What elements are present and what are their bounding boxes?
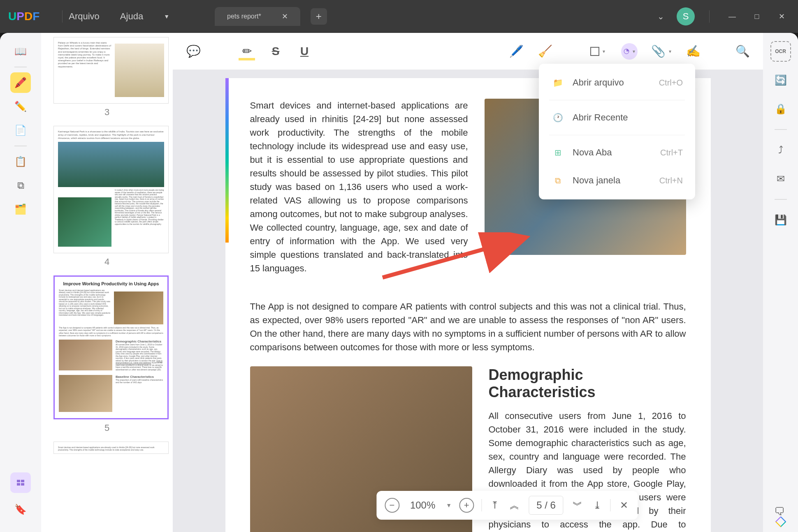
clock-icon: 🕐 — [551, 111, 564, 124]
window-maximize-button[interactable]: □ — [749, 8, 765, 25]
zoom-in-button[interactable]: + — [459, 498, 474, 513]
page-indicator[interactable]: 5 / 6 — [529, 496, 564, 515]
last-page-button[interactable]: ⤓ — [592, 498, 603, 513]
document-tab[interactable]: pets report* ✕ — [215, 7, 300, 26]
next-page-button[interactable]: ︾ — [571, 497, 584, 513]
convert-button[interactable]: 🔄 — [770, 70, 791, 90]
divider — [62, 10, 63, 23]
window-icon: ⧉ — [551, 174, 564, 187]
left-tool-rail: 📖 🖍️ ✏️ 📄 📋 ⧉ 🗂️ 🔖 — [0, 33, 41, 532]
tab-icon: ⊞ — [551, 146, 564, 159]
menu-more-dropdown[interactable]: ▼ — [164, 13, 169, 20]
thumbnail-page-6[interactable]: Smart devices and internet-based applica… — [53, 442, 160, 454]
redact-tool[interactable]: 🗂️ — [10, 199, 31, 220]
ocr-button[interactable]: OCR — [770, 41, 791, 62]
file-dropdown-menu: 📁 Abrir arquivo Ctrl+O 🕐 Abrir Recente ⊞… — [539, 64, 695, 199]
first-page-button[interactable]: ⤒ — [489, 498, 501, 513]
tabs-overflow-button[interactable]: ⌄ — [653, 7, 668, 25]
sticker-tool[interactable] — [621, 43, 638, 60]
shape-tool[interactable] — [586, 43, 609, 60]
thumbnail-page-3[interactable]: Palace on Wheels is a luxury train that … — [53, 37, 160, 118]
highlight-tool[interactable]: ✏ — [239, 43, 255, 60]
underline-tool[interactable]: U — [296, 43, 313, 60]
tab-title: pets report* — [227, 13, 261, 20]
zoom-dropdown[interactable]: ▼ — [446, 502, 452, 509]
color-stripe-decoration — [225, 78, 229, 243]
thumbnails-panel-button[interactable] — [10, 472, 31, 493]
user-avatar[interactable]: S — [677, 7, 695, 25]
menu-new-tab[interactable]: ⊞ Nova Aba Ctrl+T — [539, 139, 695, 167]
menu-open-recent[interactable]: 🕐 Abrir Recente — [539, 104, 695, 132]
bookmarks-button[interactable]: 🔖 — [10, 499, 31, 520]
thumbnail-number: 5 — [53, 423, 160, 433]
strikethrough-tool[interactable]: S — [267, 43, 284, 60]
prev-page-button[interactable]: ︽ — [508, 497, 521, 513]
comment-tool[interactable]: 🖍️ — [10, 72, 31, 93]
close-bar-button[interactable]: ✕ — [618, 498, 630, 513]
signature-tool[interactable]: ✍ — [685, 43, 701, 60]
new-tab-button[interactable]: + — [311, 8, 327, 25]
comment-note-tool[interactable]: 💬 — [185, 43, 202, 60]
thumbnails-panel: Palace on Wheels is a luxury train that … — [41, 33, 173, 532]
protect-button[interactable]: 🔒 — [770, 99, 791, 119]
thumbnail-number: 3 — [53, 107, 160, 118]
window-minimize-button[interactable]: — — [724, 8, 740, 25]
attachment-tool[interactable]: 📎 — [650, 43, 673, 60]
pencil-tool[interactable]: 🖊️ — [508, 43, 524, 60]
menu-new-window[interactable]: ⧉ Nova janela Ctrl+N — [539, 167, 695, 194]
thumbnail-number: 4 — [53, 257, 160, 267]
zoom-out-button[interactable]: − — [385, 498, 399, 513]
titlebar: UPDF Arquivo Ajuda ▼ pets report* ✕ + ⌄ … — [0, 0, 798, 33]
paragraph-1: Smart devices and internet-based applica… — [250, 99, 468, 275]
eraser-tool[interactable]: 🧹 — [537, 43, 553, 60]
window-close-button[interactable]: ✕ — [773, 8, 790, 25]
edit-tool[interactable]: ✏️ — [10, 96, 31, 117]
page-navigation-bar: − 100% ▼ + ⤒ ︽ 5 / 6 ︾ ⤓ ✕ — [376, 491, 638, 520]
menu-help[interactable]: Ajuda — [120, 11, 143, 22]
right-tool-rail: OCR 🔄 🔒 ⤴ ✉ 💾 🗨 — [763, 33, 798, 532]
reader-tool[interactable]: 📖 — [10, 41, 31, 62]
paragraph-2: The App is not designed to compare AR pa… — [250, 300, 686, 354]
share-button[interactable]: ⤴ — [770, 140, 791, 160]
thumbnail-page-4[interactable]: Kaziranga National Park is a showcase to… — [53, 126, 160, 267]
thumbnail-page-5[interactable]: Improve Working Productivity in Using Ap… — [53, 275, 160, 433]
crop-tool[interactable]: ⧉ — [10, 175, 31, 196]
section-heading: Demographic Characteristics — [489, 366, 686, 401]
form-tool[interactable]: 📋 — [10, 151, 31, 172]
tab-close-button[interactable]: ✕ — [282, 12, 288, 21]
menu-open-file[interactable]: 📁 Abrir arquivo Ctrl+O — [539, 69, 695, 97]
divider — [709, 10, 710, 23]
folder-icon: 📁 — [551, 76, 564, 89]
menu-file[interactable]: Arquivo — [69, 11, 100, 22]
comments-list-button[interactable]: 🗨 — [771, 503, 788, 520]
zoom-level: 100% — [410, 500, 435, 511]
app-logo: UPDF — [8, 10, 39, 23]
page-tool[interactable]: 📄 — [10, 120, 31, 141]
email-button[interactable]: ✉ — [770, 169, 791, 189]
search-button[interactable]: 🔍 — [734, 43, 751, 60]
save-button[interactable]: 💾 — [770, 210, 791, 230]
